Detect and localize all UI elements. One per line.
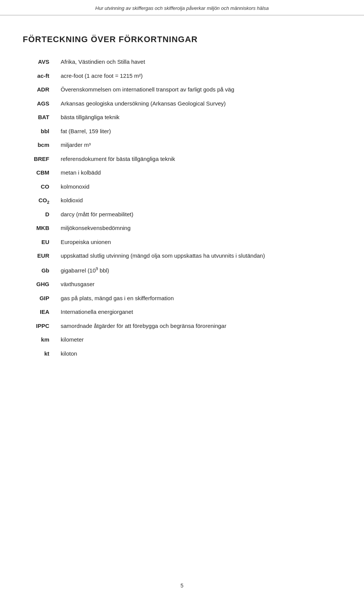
abbrev-code: bbl [23,128,61,134]
list-item: EU Europeiska unionen [23,238,341,247]
abbrev-code: EU [23,239,61,245]
abbrev-code: GIP [23,295,61,301]
abbrev-def: Arkansas geologiska undersökning (Arkans… [61,99,341,108]
list-item: BREF referensdokument för bästa tillgäng… [23,155,341,164]
abbrev-code: D [23,211,61,217]
abbrev-def: darcy (mått för permeabilitet) [61,210,341,219]
abbrev-def: bästa tillgängliga teknik [61,113,341,122]
abbrev-code: BAT [23,114,61,120]
abbrev-def: metan i kolbädd [61,169,341,177]
abbreviations-list: AVS Afrika, Västindien och Stilla havet … [23,58,341,358]
list-item: MKB miljökonsekvensbedömning [23,224,341,233]
list-item: kt kiloton [23,350,341,358]
abbrev-code: CO2 [23,197,61,205]
list-item: IPPC samordnade åtgärder för att förebyg… [23,322,341,331]
abbrev-code: CBM [23,169,61,176]
abbrev-def: fat (Barrel, 159 liter) [61,127,341,136]
list-item: Gb gigabarrel (109 bbl) [23,266,341,275]
header-title: Hur utvinning av skiffergas och skiffero… [95,5,268,11]
abbrev-def: uppskattad slutlig utvinning (mängd olja… [61,252,341,260]
abbrev-def: acre-foot (1 acre foot = 1215 m²) [61,72,341,80]
abbrev-code: IEA [23,309,61,315]
list-item: GHG växthusgaser [23,280,341,289]
abbrev-code: ac-ft [23,72,61,79]
page-heading: FÖRTECKNING ÖVER FÖRKORTNINGAR [23,35,341,44]
list-item: AVS Afrika, Västindien och Stilla havet [23,58,341,66]
list-item: CO2 koldioxid [23,196,341,205]
page-container: Hur utvinning av skiffergas och skiffero… [0,0,364,600]
abbrev-code: IPPC [23,323,61,329]
list-item: CBM metan i kolbädd [23,169,341,177]
abbrev-def: referensdokument för bästa tillgängliga … [61,155,341,164]
abbrev-def: gas på plats, mängd gas i en skifferform… [61,294,341,303]
abbrev-code: km [23,336,61,343]
abbrev-code: CO [23,183,61,190]
abbrev-def: gigabarrel (109 bbl) [61,266,341,275]
abbrev-code: AGS [23,100,61,107]
list-item: ac-ft acre-foot (1 acre foot = 1215 m²) [23,72,341,80]
abbrev-code: MKB [23,225,61,231]
list-item: CO kolmonoxid [23,183,341,191]
abbrev-code: ADR [23,86,61,93]
abbrev-code: GHG [23,281,61,287]
list-item: IEA Internationella energiorganet [23,308,341,317]
abbrev-def: miljökonsekvensbedömning [61,224,341,233]
abbrev-code: kt [23,350,61,357]
abbrev-def: koldioxid [61,196,341,205]
main-content: FÖRTECKNING ÖVER FÖRKORTNINGAR AVS Afrik… [0,16,364,386]
abbrev-code: EUR [23,252,61,259]
abbrev-code: BREF [23,156,61,162]
abbrev-def: miljarder m³ [61,141,341,150]
abbrev-def: kiloton [61,350,341,358]
abbrev-def: växthusgaser [61,280,341,289]
list-item: AGS Arkansas geologiska undersökning (Ar… [23,99,341,108]
list-item: GIP gas på plats, mängd gas i en skiffer… [23,294,341,303]
list-item: EUR uppskattad slutlig utvinning (mängd … [23,252,341,260]
list-item: bbl fat (Barrel, 159 liter) [23,127,341,136]
abbrev-code: bcm [23,142,61,148]
abbrev-def: samordnade åtgärder för att förebygga oc… [61,322,341,331]
list-item: km kilometer [23,335,341,344]
abbrev-def: Internationella energiorganet [61,308,341,317]
abbrev-def: kilometer [61,335,341,344]
abbrev-def: Överenskommelsen om internationell trans… [61,85,341,94]
abbrev-code: Gb [23,267,61,274]
abbrev-def: Europeiska unionen [61,238,341,247]
abbrev-def: kolmonoxid [61,183,341,191]
abbrev-code: AVS [23,58,61,65]
page-number: 5 [180,583,184,589]
list-item: ADR Överenskommelsen om internationell t… [23,85,341,94]
list-item: BAT bästa tillgängliga teknik [23,113,341,122]
list-item: bcm miljarder m³ [23,141,341,150]
abbrev-def: Afrika, Västindien och Stilla havet [61,58,341,66]
list-item: D darcy (mått för permeabilitet) [23,210,341,219]
page-header: Hur utvinning av skiffergas och skiffero… [0,0,364,16]
